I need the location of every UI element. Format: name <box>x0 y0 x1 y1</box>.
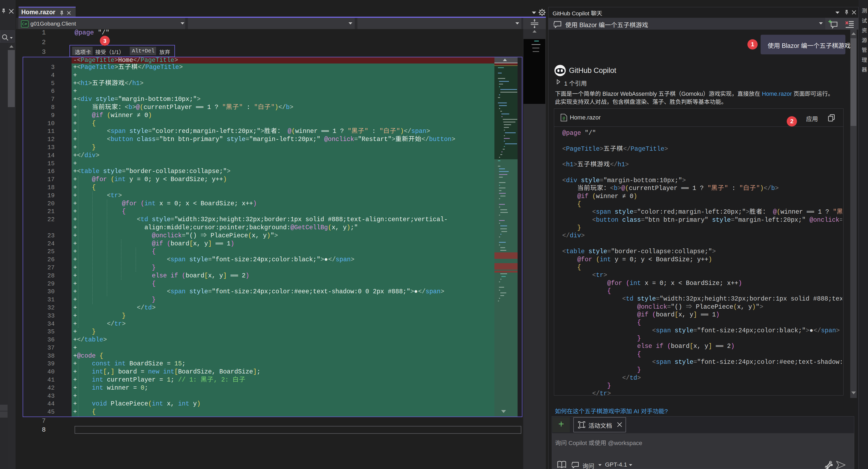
svg-text:@: @ <box>562 116 565 121</box>
svg-text:C#: C# <box>22 22 27 26</box>
